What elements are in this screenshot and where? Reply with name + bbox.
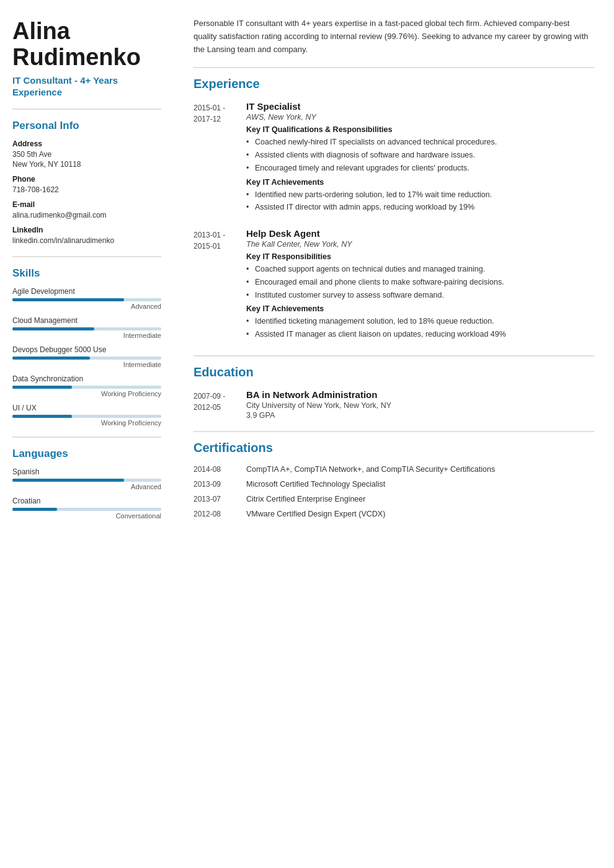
divider-experience [194, 67, 594, 68]
divider-skills [12, 256, 161, 257]
phone-label: Phone [12, 175, 161, 184]
edu-school: City University of New York, New York, N… [246, 401, 391, 410]
education-entry: 2007-09 -2012-05 BA in Network Administr… [194, 389, 594, 420]
exp-bullets: Identified new parts-ordering solution, … [246, 189, 594, 214]
exp-dates: 2015-01 -2017-12 [194, 101, 246, 215]
email-value: alina.rudimenko@gmail.com [12, 210, 161, 221]
language-name: Spanish [12, 467, 161, 476]
exp-bullets: Coached newly-hired IT specialists on ad… [246, 136, 594, 174]
skill-name: Devops Debugger 5000 Use [12, 345, 161, 354]
language-level: Conversational [12, 512, 161, 520]
linkedin-value: linkedin.com/in/alinarudimenko [12, 236, 161, 246]
name-block: Alina Rudimenko IT Consultant - 4+ Years… [12, 19, 161, 99]
languages-list: Spanish Advanced Croatian Conversational [12, 467, 161, 520]
skill-item: UI / UX Working Proficiency [12, 404, 161, 427]
bullet-item: Assisted IT director with admin apps, re… [246, 202, 594, 213]
cert-name: Microsoft Certified Technology Specialis… [246, 480, 594, 489]
bullet-item: Identified ticketing management solution… [246, 316, 594, 327]
language-bar-fill [12, 479, 124, 482]
cert-date: 2013-07 [194, 495, 246, 503]
language-item: Spanish Advanced [12, 467, 161, 490]
certification-entry: 2014-08 CompTIA A+, CompTIA Network+, an… [194, 465, 594, 474]
sidebar: Alina Rudimenko IT Consultant - 4+ Years… [0, 0, 174, 868]
exp-bullets: Identified ticketing management solution… [246, 316, 594, 340]
exp-section-heading: Key IT Achievements [246, 178, 594, 187]
skill-name: Agile Development [12, 287, 161, 296]
summary-text: Personable IT consultant with 4+ years e… [194, 17, 594, 56]
language-name: Croatian [12, 497, 161, 505]
phone-value: 718-708-1622 [12, 185, 161, 195]
bullet-item: Encouraged timely and relevant upgrades … [246, 162, 594, 174]
skill-bar-bg [12, 415, 161, 418]
skill-bar-bg [12, 356, 161, 360]
bullet-item: Encouraged email and phone clients to ma… [246, 277, 594, 288]
certifications-heading: Certifications [194, 441, 594, 455]
skills-heading: Skills [12, 267, 161, 280]
exp-company: AWS, New York, NY [246, 113, 594, 122]
skill-name: Data Synchronization [12, 374, 161, 383]
exp-section-heading: Key IT Achievements [246, 304, 594, 313]
exp-content: Help Desk Agent The Kall Center, New Yor… [246, 228, 594, 342]
language-bar-fill [12, 508, 57, 511]
certification-entry: 2013-09 Microsoft Certified Technology S… [194, 480, 594, 489]
bullet-item: Instituted customer survey to assess sof… [246, 290, 594, 301]
candidate-title: IT Consultant - 4+ Years Experience [12, 74, 161, 99]
skill-bar-bg [12, 386, 161, 389]
exp-dates: 2013-01 -2015-01 [194, 228, 246, 342]
language-bar-bg [12, 508, 161, 511]
certification-entry: 2012-08 VMware Certified Design Expert (… [194, 510, 594, 518]
skill-bar-fill [12, 356, 90, 360]
certification-entry: 2013-07 Citrix Certified Enterprise Engi… [194, 495, 594, 503]
bullet-item: Coached newly-hired IT specialists on ad… [246, 136, 594, 148]
education-heading: Education [194, 365, 594, 379]
bullet-item: Identified new parts-ordering solution, … [246, 189, 594, 201]
experience-entry: 2013-01 -2015-01 Help Desk Agent The Kal… [194, 228, 594, 342]
edu-gpa: 3.9 GPA [246, 411, 391, 420]
address-label: Address [12, 140, 161, 148]
skill-name: Cloud Management [12, 316, 161, 325]
cert-date: 2013-09 [194, 480, 246, 489]
cert-name: Citrix Certified Enterprise Engineer [246, 495, 594, 503]
personal-info-heading: Personal Info [12, 120, 161, 132]
edu-content: BA in Network Administration City Univer… [246, 389, 391, 420]
edu-dates: 2007-09 -2012-05 [194, 389, 246, 420]
address-line2: New York, NY 10118 [12, 159, 161, 170]
skill-bar-bg [12, 327, 161, 330]
skill-level: Working Proficiency [12, 390, 161, 397]
email-label: E-mail [12, 200, 161, 209]
divider-languages [12, 436, 161, 438]
cert-name: VMware Certified Design Expert (VCDX) [246, 510, 594, 518]
address-line1: 350 5th Ave [12, 149, 161, 160]
cert-date: 2014-08 [194, 465, 246, 474]
skill-bar-fill [12, 415, 72, 418]
education-list: 2007-09 -2012-05 BA in Network Administr… [194, 389, 594, 420]
experience-heading: Experience [194, 77, 594, 91]
skill-bar-bg [12, 298, 161, 301]
skill-item: Devops Debugger 5000 Use Intermediate [12, 345, 161, 368]
skill-bar-fill [12, 327, 94, 330]
skill-item: Agile Development Advanced [12, 287, 161, 310]
edu-degree: BA in Network Administration [246, 389, 391, 400]
skill-name: UI / UX [12, 404, 161, 412]
skill-level: Intermediate [12, 361, 161, 368]
skill-item: Cloud Management Intermediate [12, 316, 161, 339]
exp-job-title: Help Desk Agent [246, 228, 594, 239]
certifications-list: 2014-08 CompTIA A+, CompTIA Network+, an… [194, 465, 594, 518]
resume-page: Alina Rudimenko IT Consultant - 4+ Years… [0, 0, 614, 868]
exp-company: The Kall Center, New York, NY [246, 240, 594, 249]
main-content: Personable IT consultant with 4+ years e… [174, 0, 614, 868]
language-bar-bg [12, 479, 161, 482]
skills-list: Agile Development Advanced Cloud Managem… [12, 287, 161, 427]
exp-content: IT Specialist AWS, New York, NY Key IT Q… [246, 101, 594, 215]
skill-level: Working Proficiency [12, 419, 161, 427]
bullet-item: Coached support agents on technical duti… [246, 264, 594, 275]
language-item: Croatian Conversational [12, 497, 161, 520]
cert-name: CompTIA A+, CompTIA Network+, and CompTI… [246, 465, 594, 474]
language-level: Advanced [12, 483, 161, 490]
skill-item: Data Synchronization Working Proficiency [12, 374, 161, 397]
skill-level: Advanced [12, 303, 161, 310]
experience-list: 2015-01 -2017-12 IT Specialist AWS, New … [194, 101, 594, 342]
bullet-item: Assisted clients with diagnosis of softw… [246, 149, 594, 161]
skill-bar-fill [12, 386, 72, 389]
divider-certifications [194, 431, 594, 432]
